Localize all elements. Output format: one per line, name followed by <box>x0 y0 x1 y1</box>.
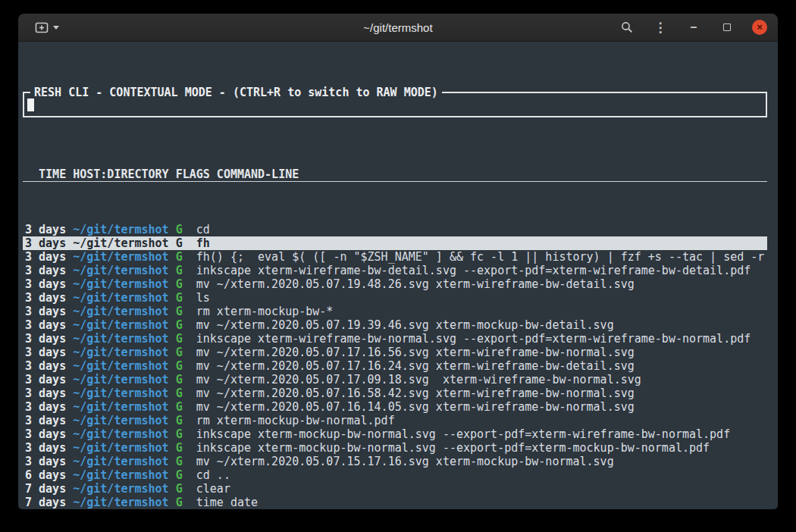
row-directory: ~/git/termshot <box>73 441 168 455</box>
history-row[interactable]: 7 days ~/git/termshot G clear <box>23 482 767 496</box>
row-directory: ~/git/termshot <box>73 359 168 373</box>
row-flags: G <box>169 332 196 346</box>
row-directory: ~/git/termshot <box>73 468 168 482</box>
chevron-down-icon <box>53 26 59 30</box>
row-time: 3 days <box>25 318 73 332</box>
row-command: inkscape xterm-mockup-bw-normal.svg --ex… <box>196 441 710 455</box>
row-time: 3 days <box>25 223 73 236</box>
close-button[interactable]: × <box>752 20 767 35</box>
row-flags: G <box>169 277 196 291</box>
history-rows: 3 days ~/git/termshot G cd3 days ~/git/t… <box>23 223 767 509</box>
minimize-icon: – <box>691 21 697 33</box>
restore-button[interactable] <box>719 18 735 36</box>
new-tab-icon <box>35 22 49 33</box>
row-command: mv ~/xterm.2020.05.07.17.16.24.svg xterm… <box>196 359 635 373</box>
row-time: 3 days <box>25 332 73 346</box>
row-directory: ~/git/termshot <box>73 400 168 414</box>
history-row[interactable]: 3 days ~/git/termshot G mv ~/xterm.2020.… <box>23 277 767 291</box>
history-row[interactable]: 3 days ~/git/termshot G inkscape xterm-w… <box>23 264 767 277</box>
row-time: 3 days <box>25 414 73 427</box>
kebab-menu-icon: ⋮ <box>654 21 667 34</box>
row-command: cd <box>196 223 210 236</box>
row-time: 3 days <box>25 250 73 264</box>
history-row[interactable]: 3 days ~/git/termshot G mv ~/xterm.2020.… <box>23 455 767 468</box>
history-row[interactable]: 3 days ~/git/termshot G ls <box>23 291 767 305</box>
row-flags: G <box>169 482 196 496</box>
row-flags: G <box>169 386 196 400</box>
row-directory: ~/git/termshot <box>73 455 168 468</box>
history-row[interactable]: 6 days ~/git/termshot G cd .. <box>23 468 767 482</box>
minimize-button[interactable]: – <box>685 18 702 36</box>
row-command: mv ~/xterm.2020.05.07.15.17.16.svg xterm… <box>196 455 614 468</box>
row-command: mv ~/xterm.2020.05.07.16.58.42.svg xterm… <box>196 386 635 400</box>
row-time: 7 days <box>25 482 73 496</box>
text-cursor <box>27 99 34 111</box>
row-time: 3 days <box>25 400 73 414</box>
row-command: ls <box>196 291 210 305</box>
row-command: mv ~/xterm.2020.05.07.16.14.05.svg xterm… <box>196 400 635 414</box>
row-directory: ~/git/termshot <box>73 264 168 277</box>
history-row[interactable]: 3 days ~/git/termshot G mv ~/xterm.2020.… <box>23 373 767 386</box>
row-directory: ~/git/termshot <box>73 346 168 359</box>
row-command: inkscape xterm-mockup-bw-normal.svg --ex… <box>196 427 730 441</box>
row-directory: ~/git/termshot <box>73 373 168 386</box>
row-time: 3 days <box>25 291 73 305</box>
resh-search-box[interactable]: RESH CLI - CONTEXTUAL MODE - (CTRL+R to … <box>23 92 767 117</box>
row-command: fh <box>196 236 210 250</box>
row-time: 6 days <box>25 468 73 482</box>
menu-button[interactable]: ⋮ <box>652 18 669 36</box>
search-button[interactable] <box>619 18 635 36</box>
row-directory: ~/git/termshot <box>73 332 168 346</box>
row-time: 3 days <box>25 264 73 277</box>
history-row[interactable]: 3 days ~/git/termshot G mv ~/xterm.2020.… <box>23 346 767 359</box>
row-directory: ~/git/termshot <box>73 482 168 496</box>
row-flags: G <box>169 455 196 468</box>
row-time: 3 days <box>25 441 73 455</box>
row-command: mv ~/xterm.2020.05.07.19.39.46.svg xterm… <box>196 318 614 332</box>
row-directory: ~/git/termshot <box>73 305 168 318</box>
row-time: 3 days <box>25 455 73 468</box>
history-row[interactable]: 3 days ~/git/termshot G mv ~/xterm.2020.… <box>23 386 767 400</box>
row-flags: G <box>169 305 196 318</box>
history-row[interactable]: 3 days ~/git/termshot G mv ~/xterm.2020.… <box>23 359 767 373</box>
history-row[interactable]: 3 days ~/git/termshot G fh() {; eval $( … <box>23 250 767 264</box>
row-flags: G <box>169 236 196 250</box>
history-row[interactable]: 3 days ~/git/termshot G inkscape xterm-w… <box>23 332 767 346</box>
row-command: time date <box>196 496 258 509</box>
row-directory: ~/git/termshot <box>73 414 168 427</box>
row-directory: ~/git/termshot <box>73 427 168 441</box>
row-command: inkscape xterm-wireframe-bw-detail.svg -… <box>196 264 751 277</box>
history-row[interactable]: 3 days ~/git/termshot G cd <box>23 223 767 236</box>
row-directory: ~/git/termshot <box>73 277 168 291</box>
row-time: 3 days <box>25 236 73 250</box>
history-row[interactable]: 3 days ~/git/termshot G mv ~/xterm.2020.… <box>23 400 767 414</box>
new-tab-button[interactable] <box>30 19 64 36</box>
history-column-header: TIME HOST:DIRECTORY FLAGS COMMAND-LINE <box>23 167 767 182</box>
row-time: 7 days <box>25 496 73 509</box>
titlebar[interactable]: ~/git/termshot ⋮ – <box>18 14 778 42</box>
history-row[interactable]: 3 days ~/git/termshot G inkscape xterm-m… <box>23 441 767 455</box>
row-flags: G <box>169 496 196 509</box>
row-flags: G <box>169 318 196 332</box>
history-row[interactable]: 7 days ~/git/termshot G time date <box>23 496 767 509</box>
history-row[interactable]: 3 days ~/git/termshot G rm xterm-mockup-… <box>23 414 767 427</box>
search-icon <box>621 21 633 33</box>
history-row[interactable]: 3 days ~/git/termshot G fh <box>23 236 767 250</box>
row-directory: ~/git/termshot <box>73 496 168 509</box>
row-flags: G <box>169 373 196 386</box>
row-command: clear <box>196 482 230 496</box>
terminal-window: ~/git/termshot ⋮ – <box>18 14 778 509</box>
row-directory: ~/git/termshot <box>73 236 168 250</box>
row-flags: G <box>169 414 196 427</box>
history-row[interactable]: 3 days ~/git/termshot G inkscape xterm-m… <box>23 427 767 441</box>
row-command: rm xterm-mockup-bw-* <box>196 305 334 318</box>
terminal-content[interactable]: RESH CLI - CONTEXTUAL MODE - (CTRL+R to … <box>18 42 778 509</box>
row-command: cd .. <box>196 468 230 482</box>
history-row[interactable]: 3 days ~/git/termshot G rm xterm-mockup-… <box>23 305 767 318</box>
row-directory: ~/git/termshot <box>73 223 168 236</box>
row-flags: G <box>169 441 196 455</box>
row-command: rm xterm-mockup-bw-normal.pdf <box>196 414 395 427</box>
row-command: mv ~/xterm.2020.05.07.17.16.56.svg xterm… <box>196 346 635 359</box>
row-directory: ~/git/termshot <box>73 291 168 305</box>
history-row[interactable]: 3 days ~/git/termshot G mv ~/xterm.2020.… <box>23 318 767 332</box>
